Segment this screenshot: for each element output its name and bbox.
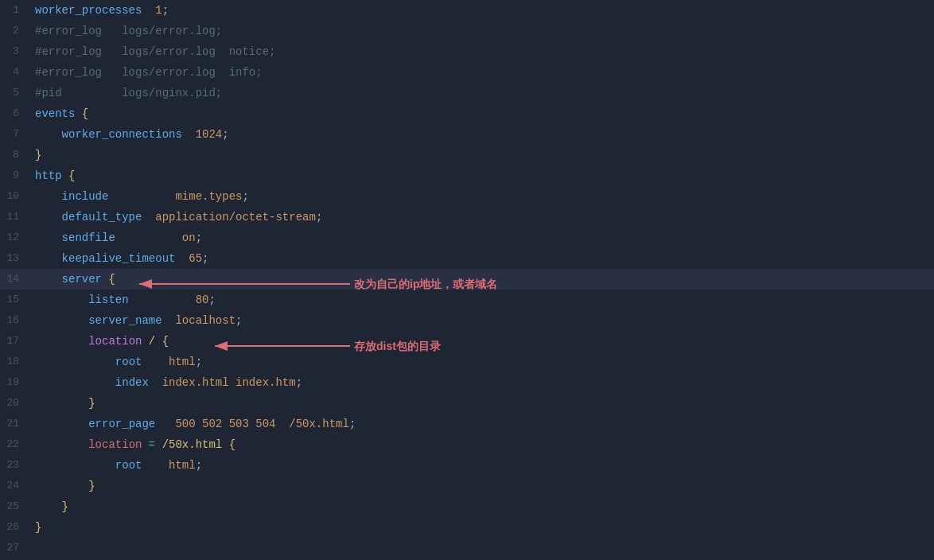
code-line: 1worker_processes 1; xyxy=(0,0,934,21)
line-content: events { xyxy=(29,103,934,124)
code-line: 24 } xyxy=(0,476,934,496)
code-line: 27 xyxy=(0,538,934,558)
line-content: #error_log logs/error.log info; xyxy=(29,62,934,83)
line-number: 22 xyxy=(0,434,29,455)
line-number: 10 xyxy=(0,186,29,207)
line-content: location = /50x.html { xyxy=(29,434,934,455)
code-line: 14 server { xyxy=(0,269,934,290)
line-content: server { xyxy=(29,269,934,290)
line-content: index index.html index.htm; xyxy=(29,372,934,393)
line-number: 26 xyxy=(0,517,29,538)
line-number: 19 xyxy=(0,372,29,393)
line-number: 11 xyxy=(0,207,29,228)
code-editor: 1worker_processes 1;2#error_log logs/err… xyxy=(0,0,934,560)
line-number: 24 xyxy=(0,476,29,496)
code-line: 16 server_name localhost; xyxy=(0,310,934,331)
line-number: 20 xyxy=(0,393,29,414)
code-line: 8} xyxy=(0,145,934,165)
line-number: 2 xyxy=(0,21,29,41)
line-content: } xyxy=(29,145,934,165)
code-lines: 1worker_processes 1;2#error_log logs/err… xyxy=(0,0,934,558)
code-line: 5#pid logs/nginx.pid; xyxy=(0,83,934,103)
line-number: 1 xyxy=(0,0,29,21)
code-line: 25 } xyxy=(0,496,934,517)
line-content: } xyxy=(29,517,934,538)
line-number: 7 xyxy=(0,124,29,145)
line-content: error_page 500 502 503 504 /50x.html; xyxy=(29,414,934,434)
line-content: location / { xyxy=(29,331,934,352)
line-content: } xyxy=(29,496,934,517)
code-line: 2#error_log logs/error.log; xyxy=(0,21,934,41)
line-number: 4 xyxy=(0,62,29,83)
line-content: server_name localhost; xyxy=(29,310,934,331)
line-number: 21 xyxy=(0,414,29,434)
line-number: 14 xyxy=(0,269,29,290)
code-line: 3#error_log logs/error.log notice; xyxy=(0,41,934,62)
line-content: include mime.types; xyxy=(29,186,934,207)
code-line: 13 keepalive_timeout 65; xyxy=(0,248,934,269)
code-line: 10 include mime.types; xyxy=(0,186,934,207)
code-line: 11 default_type application/octet-stream… xyxy=(0,207,934,228)
code-line: 15 listen 80; xyxy=(0,290,934,310)
line-content: listen 80; xyxy=(29,290,934,310)
line-content: worker_processes 1; xyxy=(29,0,934,21)
line-number: 17 xyxy=(0,331,29,352)
line-content: } xyxy=(29,393,934,414)
line-number: 16 xyxy=(0,310,29,331)
line-number: 8 xyxy=(0,145,29,165)
code-line: 4#error_log logs/error.log info; xyxy=(0,62,934,83)
line-content: #error_log logs/error.log notice; xyxy=(29,41,934,62)
line-content: sendfile on; xyxy=(29,228,934,248)
line-content: } xyxy=(29,476,934,496)
line-number: 5 xyxy=(0,83,29,103)
line-number: 3 xyxy=(0,41,29,62)
code-line: 21 error_page 500 502 503 504 /50x.html; xyxy=(0,414,934,434)
code-line: 7 worker_connections 1024; xyxy=(0,124,934,145)
code-line: 26} xyxy=(0,517,934,538)
line-number: 6 xyxy=(0,103,29,124)
line-number: 15 xyxy=(0,290,29,310)
code-line: 17 location / { xyxy=(0,331,934,352)
line-content: #error_log logs/error.log; xyxy=(29,21,934,41)
code-line: 23 root html; xyxy=(0,455,934,476)
line-content: root html; xyxy=(29,352,934,372)
line-number: 13 xyxy=(0,248,29,269)
line-number: 9 xyxy=(0,165,29,186)
line-content: default_type application/octet-stream; xyxy=(29,207,934,228)
line-content: #pid logs/nginx.pid; xyxy=(29,83,934,103)
code-line: 12 sendfile on; xyxy=(0,228,934,248)
code-line: 22 location = /50x.html { xyxy=(0,434,934,455)
line-content: keepalive_timeout 65; xyxy=(29,248,934,269)
code-line: 19 index index.html index.htm; xyxy=(0,372,934,393)
code-line: 18 root html; xyxy=(0,352,934,372)
line-content: http { xyxy=(29,165,934,186)
code-line: 20 } xyxy=(0,393,934,414)
line-content: root html; xyxy=(29,455,934,476)
code-line: 9http { xyxy=(0,165,934,186)
line-number: 18 xyxy=(0,352,29,372)
line-number: 12 xyxy=(0,228,29,248)
line-number: 27 xyxy=(0,538,29,558)
line-content: worker_connections 1024; xyxy=(29,124,934,145)
code-line: 6events { xyxy=(0,103,934,124)
line-number: 23 xyxy=(0,455,29,476)
line-number: 25 xyxy=(0,496,29,517)
